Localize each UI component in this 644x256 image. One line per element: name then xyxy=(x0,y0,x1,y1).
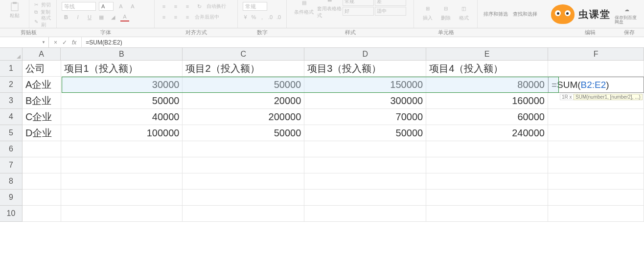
align-center-icon[interactable]: ≡ xyxy=(171,13,180,21)
cell[interactable]: 20000 xyxy=(183,93,304,109)
cell[interactable] xyxy=(23,141,61,157)
cell[interactable] xyxy=(61,157,183,173)
cell[interactable]: 80000 xyxy=(426,77,548,93)
find-select-button[interactable]: 查找和选择 xyxy=(513,11,537,18)
cell[interactable] xyxy=(426,173,548,190)
cell[interactable]: 50000 xyxy=(304,125,426,141)
align-bottom-icon[interactable]: ≡ xyxy=(183,2,192,11)
cell[interactable] xyxy=(23,173,61,190)
italic-button[interactable]: I xyxy=(73,13,82,21)
row-header[interactable]: 8 xyxy=(0,173,23,190)
align-top-icon[interactable]: ≡ xyxy=(160,2,168,11)
cell[interactable] xyxy=(304,173,426,190)
row-header[interactable]: 3 xyxy=(0,93,23,109)
row-header[interactable]: 2 xyxy=(0,77,23,93)
cond-format-button[interactable]: ▤ 条件格式 xyxy=(292,0,316,16)
cell[interactable] xyxy=(426,141,548,157)
cell[interactable] xyxy=(426,206,548,222)
percent-icon[interactable]: % xyxy=(251,13,256,21)
cell[interactable] xyxy=(548,157,644,173)
select-all-button[interactable] xyxy=(0,48,23,61)
cell[interactable] xyxy=(183,190,304,206)
cell[interactable]: B企业 xyxy=(23,93,61,109)
cell[interactable] xyxy=(61,190,183,206)
cell[interactable]: 160000 xyxy=(426,93,548,109)
style-good[interactable]: 好 xyxy=(343,7,374,16)
comma-icon[interactable]: , xyxy=(259,13,265,21)
cell[interactable]: 30000 xyxy=(61,77,183,93)
col-header-A[interactable]: A xyxy=(23,48,61,61)
cell[interactable] xyxy=(304,141,426,157)
cell[interactable] xyxy=(426,190,548,206)
align-right-icon[interactable]: ≡ xyxy=(183,13,192,21)
col-header-D[interactable]: D xyxy=(304,48,426,61)
format-painter-button[interactable]: ✎ 格式刷 xyxy=(34,16,51,27)
cell[interactable] xyxy=(183,173,304,190)
fx-icon[interactable]: fx xyxy=(72,39,76,46)
column-headers[interactable]: A B C D E F xyxy=(23,48,644,61)
paste-button[interactable]: 粘贴 xyxy=(5,1,24,19)
col-header-F[interactable]: F xyxy=(548,48,644,61)
cell[interactable] xyxy=(183,157,304,173)
cell[interactable] xyxy=(304,190,426,206)
cell[interactable]: 50000 xyxy=(61,93,183,109)
cell[interactable]: 项目3（投入额） xyxy=(304,61,426,77)
cell[interactable] xyxy=(304,206,426,222)
cell[interactable]: 项目2（投入额） xyxy=(183,61,304,77)
cell[interactable]: 50000 xyxy=(183,125,304,141)
cells-area[interactable]: 公司 项目1（投入额） 项目2（投入额） 项目3（投入额） 项目4（投入额） A… xyxy=(23,61,644,256)
formula-cancel-icon[interactable]: × xyxy=(54,39,57,46)
cell[interactable] xyxy=(548,206,644,222)
cell[interactable] xyxy=(548,141,644,157)
cell[interactable] xyxy=(183,206,304,222)
row-header[interactable]: 9 xyxy=(0,190,23,206)
style-normal[interactable]: 常规 xyxy=(343,0,374,6)
cell[interactable] xyxy=(548,61,644,77)
sort-filter-button[interactable]: 排序和筛选 xyxy=(483,11,508,18)
cell[interactable]: 项目4（投入额） xyxy=(426,61,548,77)
name-box[interactable]: ▼ xyxy=(0,37,49,48)
bold-button[interactable]: B xyxy=(62,13,70,21)
cell[interactable]: D企业 xyxy=(23,125,61,141)
cell[interactable]: 40000 xyxy=(61,109,183,125)
row-headers[interactable]: 1 2 3 4 5 6 7 8 9 10 xyxy=(0,61,23,222)
dec-decimal-icon[interactable]: .0 xyxy=(276,13,281,21)
style-bad[interactable]: 差 xyxy=(375,0,406,6)
font-color-icon[interactable]: A xyxy=(120,13,129,21)
cell[interactable]: 60000 xyxy=(426,109,548,125)
cell[interactable] xyxy=(23,157,61,173)
currency-icon[interactable]: ¥ xyxy=(243,13,248,21)
col-header-E[interactable]: E xyxy=(426,48,548,61)
increase-font-icon[interactable]: A xyxy=(116,2,125,11)
delete-cells-button[interactable]: ⊟ 删除 xyxy=(437,3,454,21)
cell[interactable] xyxy=(548,190,644,206)
active-cell-F2[interactable]: =SUM(B2:E2) xyxy=(548,77,644,93)
cell[interactable] xyxy=(23,190,61,206)
cell[interactable] xyxy=(61,141,183,157)
cell[interactable]: A企业 xyxy=(23,77,61,93)
cell-format-button[interactable]: ◫ 格式 xyxy=(455,3,472,21)
cell[interactable]: 300000 xyxy=(304,93,426,109)
row-header[interactable]: 4 xyxy=(0,109,23,125)
decrease-font-icon[interactable]: A xyxy=(128,2,137,11)
insert-cells-button[interactable]: ⊞ 插入 xyxy=(419,3,436,21)
formula-accept-icon[interactable]: ✓ xyxy=(62,39,67,46)
cell[interactable] xyxy=(183,141,304,157)
orientation-icon[interactable]: ↻ xyxy=(195,2,204,11)
cell[interactable] xyxy=(23,206,61,222)
cell[interactable] xyxy=(548,173,644,190)
cell[interactable] xyxy=(426,157,548,173)
align-middle-icon[interactable]: ≡ xyxy=(171,2,180,11)
col-header-B[interactable]: B xyxy=(61,48,183,61)
cell[interactable]: 200000 xyxy=(183,109,304,125)
cell[interactable] xyxy=(548,125,644,141)
inc-decimal-icon[interactable]: .0 xyxy=(268,13,273,21)
row-header[interactable]: 5 xyxy=(0,125,23,141)
row-header[interactable]: 1 xyxy=(0,61,23,77)
style-neutral[interactable]: 适中 xyxy=(375,7,406,16)
cell[interactable]: 150000 xyxy=(304,77,426,93)
borders-icon[interactable]: ▦ xyxy=(97,13,106,21)
col-header-C[interactable]: C xyxy=(183,48,304,61)
cell[interactable] xyxy=(61,206,183,222)
merge-center-button[interactable]: 合并后居中 xyxy=(195,14,219,21)
